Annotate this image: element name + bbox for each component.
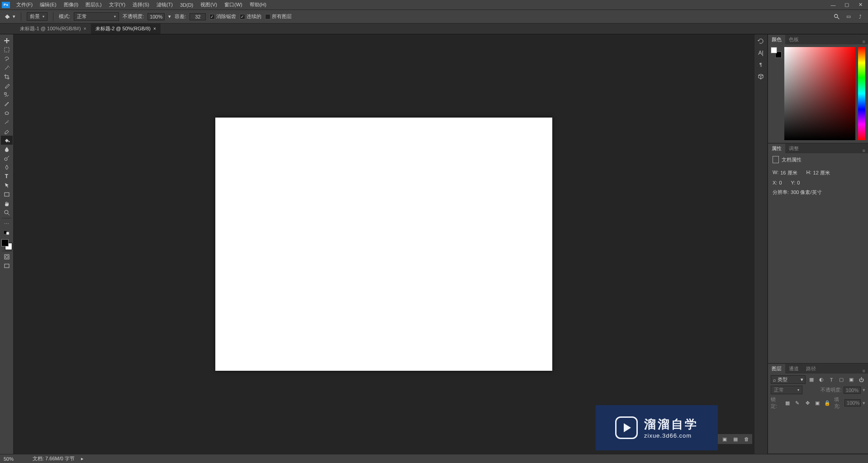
group-icon[interactable]: ▣ — [721, 435, 729, 443]
x-label: X: — [773, 180, 777, 185]
close-button[interactable]: ✕ — [854, 2, 866, 8]
lock-pixels-icon[interactable]: ✎ — [794, 399, 801, 407]
crop-tool[interactable] — [1, 72, 13, 81]
layer-filter-dropdown[interactable]: ⌕ 类型 ▾ — [771, 375, 806, 384]
lock-all-icon[interactable]: 🔒 — [824, 399, 831, 407]
lasso-tool[interactable] — [1, 54, 13, 63]
layer-blend-mode-dropdown[interactable]: 正常 ▾ — [771, 386, 802, 394]
hand-tool[interactable] — [1, 199, 13, 208]
svg-line-1 — [837, 17, 839, 19]
zoom-tool[interactable] — [1, 208, 13, 217]
close-icon[interactable]: × — [84, 26, 86, 31]
tab-paths[interactable]: 路径 — [802, 364, 820, 373]
fill-input[interactable]: 100% — [844, 399, 861, 406]
opacity-input[interactable]: 100% — [147, 13, 165, 20]
healing-brush-tool[interactable] — [1, 90, 13, 99]
maximize-button[interactable]: ▢ — [841, 2, 853, 8]
tab-layers[interactable]: 图层 — [768, 364, 785, 373]
filter-pixel-icon[interactable]: ▦ — [807, 376, 816, 384]
canvas[interactable] — [215, 118, 552, 371]
filter-smart-icon[interactable]: ▣ — [847, 376, 855, 384]
quick-mask-toggle[interactable] — [1, 252, 13, 261]
tab-color[interactable]: 颜色 — [768, 35, 785, 44]
filter-toggle-icon[interactable]: ⏻ — [857, 376, 865, 384]
hue-slider[interactable] — [858, 47, 865, 140]
panel-menu-icon[interactable]: ≡ — [860, 148, 868, 153]
menu-help[interactable]: 帮助(H) — [246, 0, 270, 9]
layer-opacity-input[interactable]: 100% — [844, 387, 861, 394]
filter-shape-icon[interactable]: ▢ — [837, 376, 845, 384]
marquee-tool[interactable] — [1, 45, 13, 54]
menu-select[interactable]: 选择(S) — [129, 0, 153, 9]
history-brush-tool[interactable] — [1, 118, 13, 127]
foreground-color-swatch[interactable] — [1, 239, 9, 246]
tool-preset[interactable]: ▾ — [4, 13, 15, 21]
clone-stamp-tool[interactable] — [1, 109, 13, 118]
fill-source-dropdown[interactable]: 前景 ▾ — [27, 12, 47, 21]
edit-toolbar-button[interactable]: ⋯ — [1, 219, 13, 228]
history-panel-icon[interactable] — [757, 37, 765, 45]
menu-3d[interactable]: 3D(D) — [176, 1, 197, 9]
panel-menu-icon[interactable]: ≡ — [860, 39, 868, 44]
lock-artboard-icon[interactable]: ▣ — [814, 399, 821, 407]
rectangle-tool[interactable] — [1, 190, 13, 199]
document-tab[interactable]: 未标题-1 @ 100%(RGB/8#) × — [15, 24, 91, 34]
tab-channels[interactable]: 通道 — [785, 364, 802, 373]
delete-layer-icon[interactable]: 🗑 — [742, 435, 750, 443]
panel-color-swatches[interactable] — [771, 47, 782, 58]
blend-mode-dropdown[interactable]: 正常 ▾ — [74, 12, 119, 21]
tolerance-input[interactable]: 32 — [190, 13, 206, 20]
type-tool[interactable]: T — [1, 172, 13, 181]
workspace-icon[interactable]: ▭ — [844, 13, 853, 21]
panel-foreground-swatch[interactable] — [771, 47, 777, 53]
chevron-down-icon[interactable]: ▾ — [863, 387, 865, 393]
dodge-tool[interactable] — [1, 154, 13, 163]
menu-image[interactable]: 图像(I) — [60, 0, 82, 9]
zoom-value[interactable]: 50% — [4, 456, 26, 462]
chevron-down-icon[interactable]: ▾ — [863, 400, 865, 406]
menu-edit[interactable]: 编辑(E) — [36, 0, 60, 9]
paragraph-panel-icon[interactable]: ¶ — [757, 61, 765, 69]
lock-transparency-icon[interactable]: ▩ — [784, 399, 791, 407]
tab-properties[interactable]: 属性 — [768, 144, 785, 153]
lock-position-icon[interactable]: ✥ — [804, 399, 811, 407]
all-layers-checkbox[interactable]: 所有图层 — [265, 13, 292, 20]
3d-panel-icon[interactable] — [757, 72, 765, 80]
path-selection-tool[interactable] — [1, 181, 13, 190]
menu-filter[interactable]: 滤镜(T) — [153, 0, 176, 9]
pen-tool[interactable] — [1, 163, 13, 172]
default-colors-icon[interactable] — [1, 228, 13, 237]
document-tab[interactable]: 未标题-2 @ 50%(RGB/8) × — [91, 24, 161, 34]
menu-view[interactable]: 视图(V) — [197, 0, 221, 9]
minimize-button[interactable]: — — [827, 2, 839, 8]
panel-menu-icon[interactable]: ≡ — [860, 368, 868, 373]
color-field[interactable] — [784, 47, 855, 140]
tab-swatches[interactable]: 色板 — [785, 35, 802, 44]
chevron-right-icon[interactable]: ▸ — [81, 456, 84, 462]
close-icon[interactable]: × — [153, 26, 156, 31]
eyedropper-tool[interactable] — [1, 81, 13, 90]
blur-tool[interactable] — [1, 145, 13, 154]
screen-mode-toggle[interactable] — [1, 261, 13, 270]
antialias-checkbox[interactable]: ✓ 消除锯齿 — [209, 13, 236, 20]
menu-layer[interactable]: 图层(L) — [82, 0, 105, 9]
search-icon[interactable] — [833, 13, 841, 21]
move-tool[interactable] — [1, 36, 13, 45]
share-icon[interactable]: ⤴ — [856, 13, 864, 21]
brush-tool[interactable] — [1, 99, 13, 109]
contiguous-label: 连续的 — [247, 13, 261, 20]
paint-bucket-tool[interactable] — [1, 136, 13, 145]
menu-file[interactable]: 文件(F) — [13, 0, 36, 9]
filter-adjustment-icon[interactable]: ◐ — [817, 376, 825, 384]
contiguous-checkbox[interactable]: ✓ 连续的 — [240, 13, 261, 20]
new-layer-icon[interactable]: ▦ — [731, 435, 740, 443]
foreground-background-colors[interactable] — [1, 239, 12, 250]
filter-type-icon[interactable]: T — [827, 376, 835, 384]
magic-wand-tool[interactable] — [1, 63, 13, 72]
eraser-tool[interactable] — [1, 127, 13, 136]
menu-window[interactable]: 窗口(W) — [221, 0, 246, 9]
chevron-down-icon[interactable]: ▾ — [168, 14, 171, 19]
character-panel-icon[interactable]: A| — [757, 49, 765, 57]
tab-adjustments[interactable]: 调整 — [785, 144, 802, 153]
menu-type[interactable]: 文字(Y) — [105, 0, 129, 9]
